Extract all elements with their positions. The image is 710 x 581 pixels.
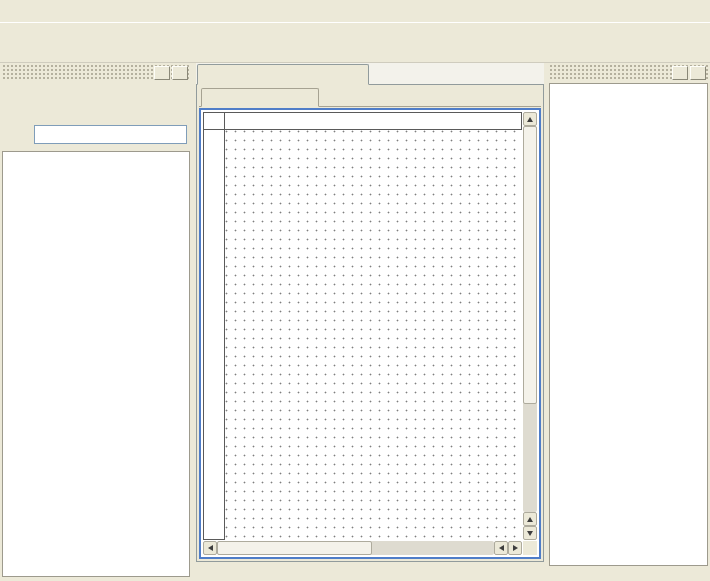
menu-bar <box>0 0 710 22</box>
elements-panel <box>0 63 192 581</box>
scroll-down-button[interactable] <box>523 526 537 540</box>
arrow-down-icon <box>527 531 533 536</box>
schema-view <box>199 108 541 559</box>
project-view <box>196 85 544 562</box>
scroll-up-button-2[interactable] <box>523 512 537 526</box>
arrow-right-icon <box>513 545 518 551</box>
filter-row <box>2 125 190 144</box>
elements-panel-toolbar <box>2 83 190 117</box>
arrow-left-icon <box>499 545 504 551</box>
qelectrotech-window <box>0 0 710 63</box>
vertical-scroll-track[interactable] <box>523 126 537 512</box>
scroll-left-button-2[interactable] <box>494 541 508 555</box>
main-toolbar <box>0 22 710 63</box>
tab-schema-sans-titre[interactable] <box>201 88 319 107</box>
scrollbar-corner <box>523 541 537 555</box>
vertical-scroll-thumb[interactable] <box>523 126 537 404</box>
project-tab-bar <box>196 63 544 85</box>
close-elements-panel-button[interactable] <box>172 66 188 80</box>
filter-input[interactable] <box>34 125 187 144</box>
elements-panel-titlebar[interactable] <box>2 64 190 81</box>
undo-panel <box>547 63 710 581</box>
clear-filter-button[interactable] <box>5 125 24 144</box>
tab-projet-sans-titre[interactable] <box>197 64 369 85</box>
schema-tab-bar <box>199 87 541 107</box>
scroll-up-button[interactable] <box>523 112 537 126</box>
column-headers <box>225 112 522 130</box>
mdi-area <box>196 63 544 581</box>
schema-canvas[interactable] <box>225 130 522 540</box>
arrow-up-icon <box>527 117 533 122</box>
scroll-left-button[interactable] <box>203 541 217 555</box>
row-headers <box>203 130 225 540</box>
scroll-right-button[interactable] <box>508 541 522 555</box>
close-undo-panel-button[interactable] <box>690 66 706 80</box>
undo-list[interactable] <box>549 83 708 566</box>
float-undo-panel-button[interactable] <box>672 66 688 80</box>
horizontal-scroll-track[interactable] <box>217 541 494 555</box>
arrow-left-icon <box>208 545 213 551</box>
horizontal-scrollbar[interactable] <box>203 540 522 555</box>
arrow-up-icon <box>527 517 533 522</box>
float-elements-panel-button[interactable] <box>154 66 170 80</box>
main-area <box>0 63 710 581</box>
ruler-corner <box>203 112 225 130</box>
elements-tree <box>2 151 190 577</box>
vertical-scrollbar[interactable] <box>522 112 537 540</box>
horizontal-scroll-thumb[interactable] <box>217 541 372 555</box>
undo-panel-titlebar[interactable] <box>549 64 708 81</box>
